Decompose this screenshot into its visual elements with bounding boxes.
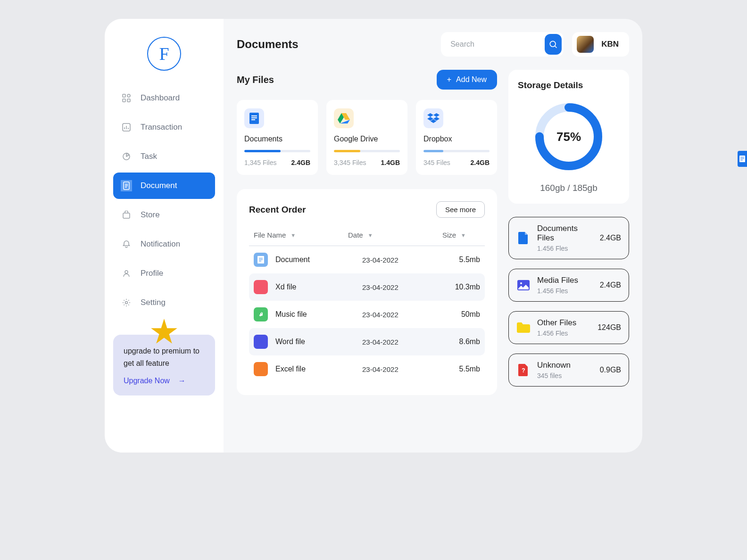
search-icon [548,40,558,49]
bell-icon [121,239,132,250]
excel-file-icon: X [254,362,268,376]
card-progress [244,150,310,152]
doc-icon [244,108,264,128]
category-size: 2.4GB [600,281,621,289]
card-name: Google Drive [334,135,400,143]
svg-rect-20 [251,117,257,118]
myfiles-header: My Files + Add New [237,70,497,90]
column-filename[interactable]: File Name ▼ [254,231,348,239]
storage-donut: 75% [531,99,606,174]
category-item-documents-files[interactable]: Documents Files 1.456 Fles 2.4GB [508,217,629,259]
category-file-count: 345 files [537,372,593,379]
recent-panel: Recent Order See more File Name ▼ Date ▼ [237,189,497,395]
promo-text: upgrade to premium to get all feature [124,345,205,369]
category-file-count: 1.456 Fles [537,245,593,252]
table-row[interactable]: Music file 23-04-2022 50mb [249,301,485,328]
sidebar: F DashboardTransactionTaskDocumentStoreN… [105,19,224,453]
file-name: Excel file [275,365,362,373]
table-row[interactable]: W Word file 23-04-2022 8.6mb [249,328,485,355]
sidebar-item-dashboard[interactable]: Dashboard [113,85,215,111]
category-size: 124GB [598,323,621,332]
card-size: 2.4GB [471,159,490,166]
svg-rect-1 [127,94,130,97]
sidebar-item-profile[interactable]: Profile [113,260,215,287]
grid-icon [121,92,132,104]
topbar: Documents KBN [237,32,629,57]
sidebar-item-label: Task [141,152,157,161]
sidebar-item-task[interactable]: Task [113,143,215,170]
sidebar-item-notification[interactable]: Notification [113,231,215,257]
sidebar-item-label: Dashboard [141,93,180,103]
user-chip[interactable]: KBN [572,32,629,57]
doc-icon [739,156,745,162]
table-row[interactable]: Document 23-04-2022 5.5mb [249,246,485,273]
sidebar-item-transaction[interactable]: Transaction [113,114,215,140]
search-box [441,32,564,57]
card-progress [334,150,400,152]
card-name: Dropbox [423,135,490,143]
table-row[interactable]: X Excel file 23-04-2022 5.5mb [249,355,485,383]
sidebar-item-document[interactable]: Document [113,173,215,199]
app-shell: F DashboardTransactionTaskDocumentStoreN… [105,19,642,453]
category-file-count: 1.456 Fles [537,287,593,295]
upgrade-promo: upgrade to premium to get all feature Up… [113,335,215,395]
svg-rect-40 [740,157,744,157]
file-date: 23-04-2022 [362,311,433,319]
sidebar-item-store[interactable]: Store [113,202,215,228]
file-name: Xd file [275,283,362,291]
upgrade-now-link[interactable]: Upgrade Now → [124,377,205,385]
avatar [577,36,594,53]
folder-icon [516,321,531,335]
storage-card-dropbox[interactable]: Dropbox 345 Files2.4GB [416,100,497,175]
category-item-other-files[interactable]: Other Files 1.456 Fles 124GB [508,311,629,344]
dropbox-icon [423,108,443,128]
card-size: 1.4GB [381,159,400,166]
storage-usage: 160gb / 185gb [518,183,620,193]
svg-rect-13 [123,213,130,218]
sidebar-item-label: Profile [141,269,163,278]
column-size[interactable]: Size ▼ [419,231,466,239]
storage-card-documents[interactable]: Documents 1,345 Files2.4GB [237,100,318,175]
storage-panel: Storage Details 75% 160gb / 185gb [508,70,629,204]
see-more-button[interactable]: See more [436,201,485,218]
music-file-icon [254,307,268,321]
main-area: Documents KBN My Files + Add New [224,19,642,453]
category-item-unknown[interactable]: ? Unknown 345 files 0.9GB [508,354,629,387]
add-new-label: Add New [456,75,487,84]
file-date: 23-04-2022 [362,338,433,346]
file-size: 5.5mb [433,365,480,373]
file-date: 23-04-2022 [362,365,433,373]
user-name: KBN [601,40,619,49]
storage-card-google-drive[interactable]: Google Drive 3,345 Files1.4GB [326,100,407,175]
sidebar-nav: DashboardTransactionTaskDocumentStoreNot… [113,85,215,316]
category-size: 0.9GB [600,366,621,374]
plus-icon: + [447,75,451,84]
file-size: 10.3mb [433,283,480,291]
arrow-right-icon: → [178,377,186,385]
sidebar-item-label: Notification [141,239,180,249]
svg-rect-3 [127,99,130,102]
category-item-media-files[interactable]: Media Files 1.456 Fles 2.4GB [508,269,629,302]
search-input[interactable] [450,40,545,49]
chart-icon [121,122,132,133]
page-title: Documents [237,38,432,51]
svg-rect-42 [740,160,743,160]
column-date[interactable]: Date ▼ [348,231,419,239]
table-row[interactable]: Xd Xd file 23-04-2022 10.3mb [249,273,485,301]
sidebar-item-setting[interactable]: Setting [113,289,215,316]
svg-point-14 [125,271,128,273]
svg-marker-26 [433,113,440,117]
center-column: My Files + Add New Documents 1,345 Files… [237,70,497,439]
svg-point-37 [520,282,522,284]
sort-caret-icon: ▼ [290,232,296,238]
add-new-button[interactable]: + Add New [437,70,497,90]
table-body: Document 23-04-2022 5.5mb Xd Xd file 23-… [249,246,485,383]
category-name: Other Files [537,318,591,328]
search-button[interactable] [545,34,562,55]
category-file-count: 1.456 Fles [537,329,591,337]
card-file-count: 1,345 Files [244,159,276,166]
table-header: File Name ▼ Date ▼ Size ▼ [249,227,485,246]
card-progress [423,150,490,152]
floating-side-tab[interactable] [738,151,747,167]
file-name: Document [275,255,362,264]
